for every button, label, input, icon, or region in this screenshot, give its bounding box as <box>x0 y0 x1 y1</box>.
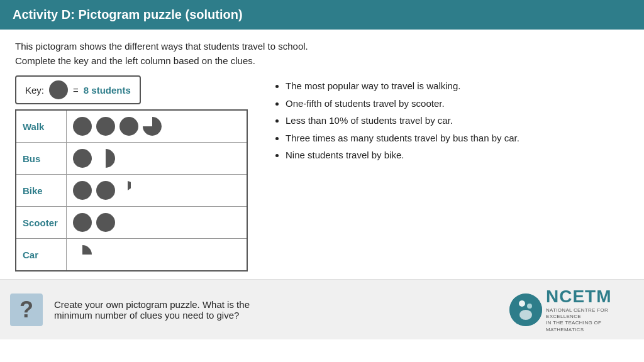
half-circle-icon <box>95 148 116 169</box>
svg-point-2 <box>119 117 138 136</box>
main-content: This pictogram shows the different ways … <box>0 30 644 279</box>
circle-icon <box>95 212 116 233</box>
table-row: Bike <box>16 175 247 207</box>
picto-cell-car <box>72 241 242 268</box>
svg-point-3 <box>73 149 92 168</box>
ncetm-acronym: NCETM <box>546 286 634 307</box>
quarter-circle-icon <box>72 244 93 265</box>
row-label-scooter: Scooter <box>16 207 66 239</box>
pictogram-table: Walk <box>15 109 248 272</box>
ncetm-logo: NCETM NATIONAL CENTRE FOR EXCELLENCE IN … <box>509 286 634 333</box>
row-symbols-car <box>66 239 247 272</box>
row-symbols-walk <box>66 110 247 143</box>
circle-icon <box>95 116 116 137</box>
circle-icon <box>72 116 93 137</box>
clue-item: One-fifth of students travel by scooter. <box>286 96 629 112</box>
clues-list: The most popular way to travel is walkin… <box>273 78 629 163</box>
row-symbols-bike <box>66 175 247 207</box>
middle-row: Key: = 8 students Walk <box>15 75 629 272</box>
clue-item: Less than 10% of students travel by car. <box>286 112 629 129</box>
table-row: Scooter <box>16 207 247 239</box>
ncetm-line2: IN THE TEACHING OF MATHEMATICS <box>546 320 634 333</box>
svg-point-4 <box>73 181 92 200</box>
clue-item: Nine students travel by bike. <box>286 147 629 163</box>
partial-circle-icon <box>142 116 163 137</box>
circle-icon <box>118 116 140 137</box>
bottom-line1: Create your own pictogram puzzle. What i… <box>54 299 250 310</box>
svg-point-5 <box>96 181 115 200</box>
row-label-walk: Walk <box>16 110 66 143</box>
bottom-line2: minimum number of clues you need to give… <box>54 310 239 321</box>
svg-point-9 <box>519 300 525 307</box>
svg-point-10 <box>519 310 532 320</box>
key-box: Key: = 8 students <box>15 75 141 104</box>
bottom-text: Create your own pictogram puzzle. What i… <box>54 299 498 321</box>
table-row: Walk <box>16 110 247 143</box>
key-value: 8 students <box>84 85 131 96</box>
header-title: Activity D: Pictogram puzzle (solution) <box>13 8 243 21</box>
ncetm-logo-svg <box>509 293 542 326</box>
partial-circle-icon <box>118 180 131 201</box>
row-label-bus: Bus <box>16 143 66 175</box>
circle-icon <box>72 148 93 169</box>
ncetm-line1: NATIONAL CENTRE FOR EXCELLENCE <box>546 307 634 321</box>
picto-cell-bus <box>72 145 242 172</box>
row-symbols-bus <box>66 143 247 175</box>
bottom-bar: ? Create your own pictogram puzzle. What… <box>0 279 644 339</box>
key-prefix: Key: <box>25 85 44 96</box>
description-line1: This pictogram shows the different ways … <box>15 41 308 52</box>
svg-point-7 <box>96 213 115 232</box>
ncetm-text-block: NCETM NATIONAL CENTRE FOR EXCELLENCE IN … <box>546 286 634 333</box>
picto-cell-walk <box>72 113 242 140</box>
circle-icon <box>72 212 93 233</box>
description-line2: Complete the key and the left column bas… <box>15 55 255 66</box>
row-label-bike: Bike <box>16 175 66 207</box>
circle-icon <box>72 180 93 201</box>
key-equals: = <box>73 85 79 96</box>
page-header: Activity D: Pictogram puzzle (solution) <box>0 0 644 30</box>
circle-icon <box>95 180 116 201</box>
key-circle-icon <box>49 80 68 99</box>
clue-item: Three times as many students travel by b… <box>286 130 629 146</box>
question-box: ? <box>10 293 43 326</box>
svg-point-6 <box>73 213 92 232</box>
svg-point-0 <box>73 117 92 136</box>
left-side: Key: = 8 students Walk <box>15 75 248 272</box>
table-row: Car <box>16 239 247 272</box>
picto-cell-bike <box>72 177 242 204</box>
clue-item: The most popular way to travel is walkin… <box>286 78 629 94</box>
question-mark: ? <box>19 297 33 323</box>
picto-cell-scooter <box>72 209 242 236</box>
svg-point-1 <box>96 117 115 136</box>
row-symbols-scooter <box>66 207 247 239</box>
description-text: This pictogram shows the different ways … <box>15 40 629 68</box>
row-label-car: Car <box>16 239 66 272</box>
table-row: Bus <box>16 143 247 175</box>
ncetm-circle-icon <box>509 293 542 326</box>
svg-point-11 <box>527 304 532 309</box>
clues-section: The most popular way to travel is walkin… <box>273 75 629 165</box>
